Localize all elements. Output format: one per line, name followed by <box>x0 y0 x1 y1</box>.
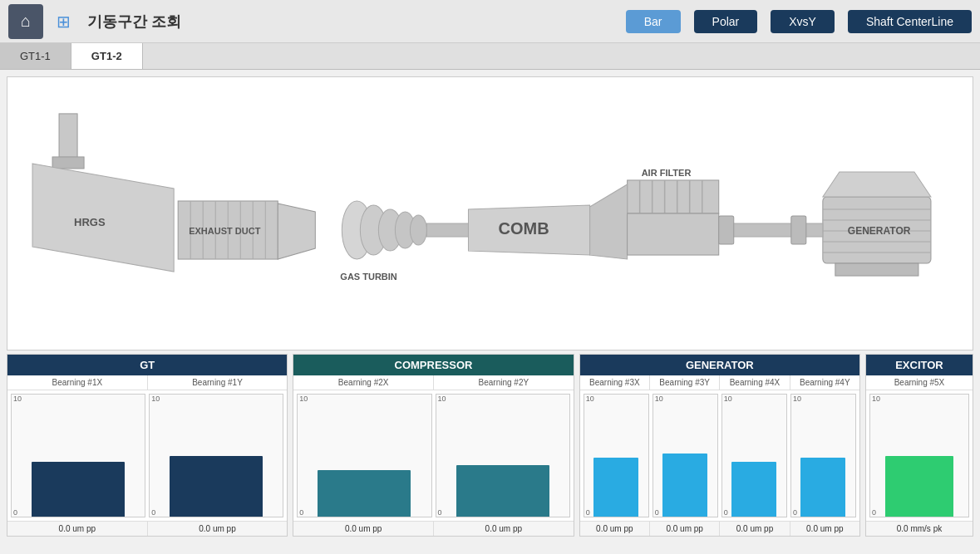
chart-footer-cell: 0.0 um pp <box>790 522 859 536</box>
air-filter-label: AIR FILTER <box>642 168 692 178</box>
svg-rect-17 <box>426 223 468 237</box>
chart-sub-header-item: Bearning #3Y <box>650 375 720 390</box>
bar-container: 100 <box>790 394 856 517</box>
exhaust-duct-label: EXHAUST DUCT <box>189 226 260 236</box>
bar-fill <box>800 458 845 517</box>
bar-scale-inner: 100 <box>653 394 718 517</box>
bar-scale-inner: 100 <box>790 394 856 517</box>
chart-header-excitor: EXCITOR <box>866 355 973 375</box>
tab-bar: GT1-1 GT1-2 <box>0 43 980 70</box>
diagram-area: HRGS EXHAUST DUCT GAS TURBIN COMB <box>7 76 973 351</box>
chart-panel-excitor: EXCITORBearning #5X1000.0 mm/s pk <box>865 354 973 537</box>
bar-fill <box>662 453 707 517</box>
tab-gt1-2[interactable]: GT1-2 <box>71 43 143 69</box>
chart-footer-cell: 0.0 um pp <box>650 522 720 536</box>
svg-marker-11 <box>278 203 315 259</box>
bar-scale-inner: 100 <box>721 394 787 517</box>
bar-scale-inner: 100 <box>584 394 649 517</box>
svg-rect-34 <box>835 263 918 276</box>
bar-fill <box>593 458 638 517</box>
page-title: 기동구간 조회 <box>87 12 181 32</box>
chart-header-generator: GENERATOR <box>580 355 859 375</box>
chart-subheaders-compressor: Bearning #2XBearning #2Y <box>293 375 573 390</box>
bar-container: 100 <box>653 394 718 517</box>
chart-header-compressor: COMPRESSOR <box>293 355 573 375</box>
chart-sub-header-item: Bearning #2X <box>293 375 434 390</box>
chart-footer-cell: 0.0 um pp <box>580 522 650 536</box>
svg-rect-1 <box>52 157 84 169</box>
turbine-diagram: HRGS EXHAUST DUCT GAS TURBIN COMB <box>7 77 973 350</box>
svg-marker-35 <box>823 172 931 197</box>
gas-turbin-label: GAS TURBIN <box>340 272 397 282</box>
svg-rect-38 <box>791 216 806 244</box>
tab-gt1-1[interactable]: GT1-1 <box>0 43 71 69</box>
chart-footer-compressor: 0.0 um pp0.0 um pp <box>293 521 573 536</box>
nav-xvsy-button[interactable]: XvsY <box>771 10 835 33</box>
nav-bar-button[interactable]: Bar <box>626 10 681 33</box>
chart-subheaders-gt: Bearning #1XBearning #1Y <box>7 375 287 390</box>
chart-footer-gt: 0.0 um pp0.0 um pp <box>7 521 287 536</box>
chart-header-gt: GT <box>7 355 287 375</box>
svg-rect-0 <box>59 114 77 164</box>
scale-labels: 100 <box>150 395 161 517</box>
chart-sub-header-item: Bearning #1Y <box>148 375 288 390</box>
chart-panel-generator: GENERATORBearning #3XBearning #3YBearnin… <box>579 354 860 537</box>
chart-sub-header-item: Bearning #5X <box>866 375 973 390</box>
chart-footer-cell: 0.0 mm/s pk <box>866 522 973 536</box>
chart-footer-cell: 0.0 um pp <box>148 522 288 536</box>
bar-scale-inner: 100 <box>436 394 570 517</box>
scale-labels: 100 <box>436 395 448 517</box>
bar-container: 100 <box>584 394 649 517</box>
svg-marker-26 <box>590 184 628 259</box>
bar-container: 100 <box>436 394 570 517</box>
bar-container: 100 <box>149 394 283 517</box>
bar-scale-inner: 100 <box>149 394 283 517</box>
svg-rect-27 <box>628 213 719 255</box>
chart-bars-gt: 100100 <box>7 390 287 521</box>
bar-scale-inner: 100 <box>11 394 145 517</box>
bar-container: 100 <box>11 394 145 517</box>
bar-scale-inner: 100 <box>297 394 431 517</box>
chart-subheaders-generator: Bearning #3XBearning #3YBearning #4XBear… <box>580 375 859 390</box>
bar-container: 100 <box>721 394 787 517</box>
scale-labels: 100 <box>870 395 882 517</box>
chart-subheaders-excitor: Bearning #5X <box>866 375 973 390</box>
chart-bars-excitor: 100 <box>866 390 973 521</box>
chart-footer-cell: 0.0 um pp <box>434 522 574 536</box>
svg-rect-19 <box>628 180 719 213</box>
chart-footer-cell: 0.0 um pp <box>7 522 148 536</box>
bar-fill <box>318 470 411 517</box>
chart-footer-cell: 0.0 um pp <box>293 522 434 536</box>
hrgs-label: HRGS <box>74 216 106 228</box>
scale-labels: 100 <box>12 395 23 517</box>
scale-labels: 100 <box>298 395 309 517</box>
nav-polar-button[interactable]: Polar <box>694 10 758 33</box>
generator-label: GENERATOR <box>848 225 911 237</box>
bar-fill <box>456 465 549 517</box>
bar-fill <box>731 462 776 517</box>
bar-scale-inner: 100 <box>869 394 969 517</box>
header: ⌂ ⊞ 기동구간 조회 Bar Polar XvsY Shaft CenterL… <box>0 0 980 43</box>
chart-panel-compressor: COMPRESSORBearning #2XBearning #2Y100100… <box>293 354 574 537</box>
chart-panel-gt: GTBearning #1XBearning #1Y1001000.0 um p… <box>7 354 288 537</box>
nav-shaftcenterline-button[interactable]: Shaft CenterLine <box>848 10 972 33</box>
home-icon: ⌂ <box>21 12 31 31</box>
svg-rect-36 <box>719 223 823 237</box>
chart-footer-excitor: 0.0 mm/s pk <box>866 521 973 536</box>
svg-point-16 <box>410 215 426 245</box>
comb-label: COMB <box>499 219 549 238</box>
svg-rect-37 <box>719 216 734 244</box>
chart-sub-header-item: Bearning #4Y <box>790 375 859 390</box>
grid-icon: ⊞ <box>57 12 71 32</box>
bar-fill <box>885 456 954 517</box>
chart-footer-cell: 0.0 um pp <box>720 522 790 536</box>
home-button[interactable]: ⌂ <box>8 4 43 39</box>
bar-container: 100 <box>297 394 431 517</box>
chart-sub-header-item: Bearning #3X <box>580 375 650 390</box>
chart-footer-generator: 0.0 um pp0.0 um pp0.0 um pp0.0 um pp <box>580 521 859 536</box>
bar-fill <box>32 462 125 517</box>
chart-bars-compressor: 100100 <box>293 390 573 521</box>
charts-area: GTBearning #1XBearning #1Y1001000.0 um p… <box>0 354 980 537</box>
bar-fill <box>170 456 263 517</box>
bar-container: 100 <box>869 394 969 517</box>
